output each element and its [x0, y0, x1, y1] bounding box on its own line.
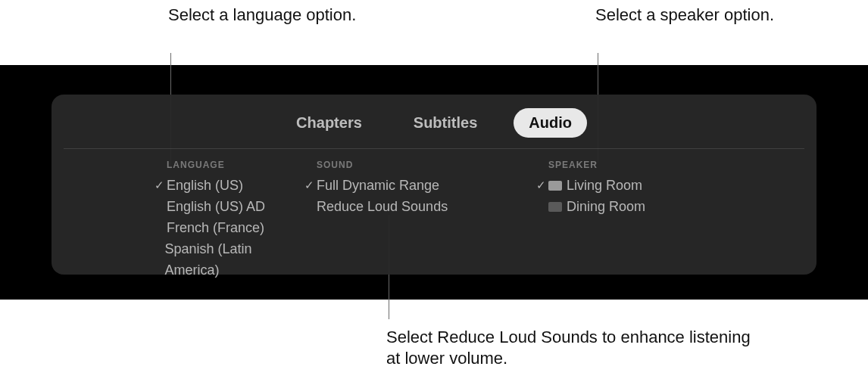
language-option-label: Spanish (Latin America) — [164, 238, 291, 281]
language-header: LANGUAGE — [151, 160, 291, 170]
language-option-label: French (France) — [167, 217, 264, 238]
checkmark-icon: ✓ — [533, 175, 548, 196]
sound-column: SOUND ✓ Full Dynamic Range Reduce Loud S… — [291, 160, 510, 281]
checkmark-icon: ✓ — [301, 175, 317, 196]
callout-language: Select a language option. — [168, 5, 356, 26]
speaker-option-label: Living Room — [567, 175, 642, 196]
sound-option-reduce-loud[interactable]: Reduce Loud Sounds — [301, 196, 510, 217]
language-option-label: English (US) — [167, 175, 243, 196]
options-columns: LANGUAGE ✓ English (US) English (US) AD … — [52, 149, 816, 281]
sound-option-label: Full Dynamic Range — [317, 175, 439, 196]
speaker-column: SPEAKER ✓ Living Room Dining Room — [510, 160, 738, 281]
checkmark-icon: ✓ — [151, 175, 167, 196]
sound-header: SOUND — [301, 160, 510, 170]
audio-options-panel: Chapters Subtitles Audio LANGUAGE ✓ Engl… — [52, 95, 816, 275]
tab-chapters[interactable]: Chapters — [281, 108, 377, 138]
language-option-english-us[interactable]: ✓ English (US) — [151, 175, 291, 196]
speaker-option-label: Dining Room — [567, 196, 645, 217]
language-column: LANGUAGE ✓ English (US) English (US) AD … — [64, 160, 291, 281]
language-option-french-france[interactable]: French (France) — [151, 217, 291, 238]
speaker-icon — [548, 202, 562, 212]
tab-subtitles[interactable]: Subtitles — [398, 108, 492, 138]
speaker-option-living-room[interactable]: ✓ Living Room — [533, 175, 738, 196]
callout-sound: Select Reduce Loud Sounds to enhance lis… — [386, 327, 765, 369]
speaker-option-dining-room[interactable]: Dining Room — [533, 196, 738, 217]
tab-audio[interactable]: Audio — [514, 108, 587, 138]
language-option-english-us-ad[interactable]: English (US) AD — [151, 196, 291, 217]
speaker-header: SPEAKER — [533, 160, 738, 170]
speaker-icon — [548, 181, 562, 191]
tab-bar: Chapters Subtitles Audio — [52, 104, 816, 148]
sound-option-label: Reduce Loud Sounds — [317, 196, 448, 217]
sound-option-full-dynamic[interactable]: ✓ Full Dynamic Range — [301, 175, 510, 196]
language-option-label: English (US) AD — [167, 196, 265, 217]
language-option-spanish-latam[interactable]: Spanish (Latin America) — [151, 238, 291, 281]
callout-speaker: Select a speaker option. — [595, 5, 774, 26]
